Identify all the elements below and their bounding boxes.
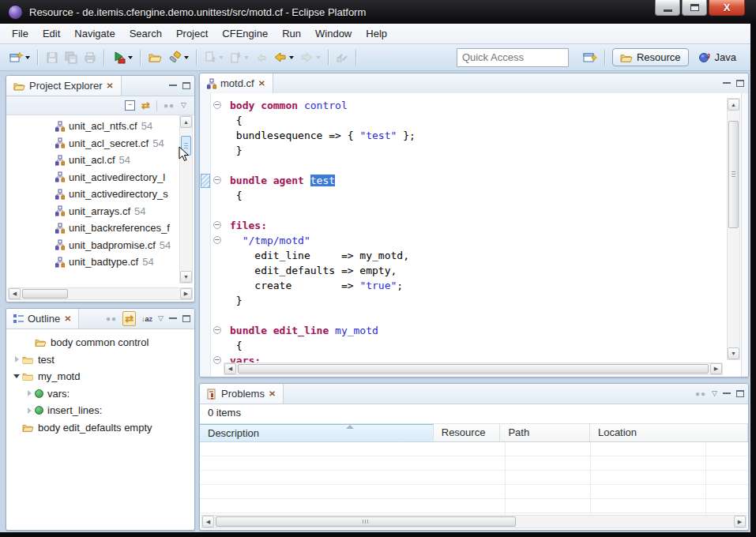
- column-header-path[interactable]: Path: [500, 424, 590, 441]
- editor-hscroll-thumb[interactable]: [238, 364, 709, 374]
- view-dropdown-icon[interactable]: ▽: [181, 102, 186, 109]
- new-wizard-button[interactable]: [6, 47, 33, 68]
- previous-annotation-button[interactable]: [227, 47, 252, 68]
- problems-hscroll-thumb[interactable]: [216, 516, 516, 527]
- close-tab-icon[interactable]: ✕: [258, 79, 265, 88]
- maximize-view-icon[interactable]: [182, 82, 190, 89]
- minimize-view-icon[interactable]: [169, 317, 177, 322]
- editor-code-text[interactable]: body common control { bundlesequence => …: [224, 93, 724, 377]
- tab-project-explorer[interactable]: Project Explorer ✕: [6, 76, 122, 96]
- menu-navigate[interactable]: Navigate: [67, 24, 122, 43]
- save-all-button[interactable]: [62, 47, 81, 68]
- close-tab-icon[interactable]: ✕: [269, 389, 276, 399]
- code-editor[interactable]: body common control { bundlesequence => …: [200, 93, 748, 377]
- minimize-view-icon[interactable]: [723, 392, 731, 397]
- twisty-collapsed-icon[interactable]: [24, 390, 35, 396]
- tab-motd-cf[interactable]: motd.cf ✕: [200, 73, 273, 93]
- menu-file[interactable]: File: [5, 24, 36, 43]
- fold-collapse-icon[interactable]: [213, 176, 221, 184]
- pe-horizontal-scrollbar[interactable]: ◀ ▶: [8, 287, 193, 300]
- minimize-view-icon[interactable]: [169, 84, 177, 89]
- view-dropdown-icon[interactable]: ▽: [712, 390, 717, 397]
- scroll-up-icon[interactable]: ▲: [180, 116, 192, 128]
- maximize-view-icon[interactable]: [736, 390, 744, 397]
- menu-edit[interactable]: Edit: [36, 24, 67, 43]
- view-menu-icon[interactable]: ●●: [164, 101, 175, 110]
- open-perspective-button[interactable]: [580, 47, 600, 68]
- forward-button[interactable]: [297, 47, 324, 68]
- print-button[interactable]: [81, 47, 100, 68]
- link-with-editor-icon[interactable]: ⇄: [141, 100, 150, 111]
- problems-horizontal-scrollbar[interactable]: ◀ ▶: [201, 515, 747, 528]
- back-button[interactable]: [270, 47, 297, 68]
- scroll-right-icon[interactable]: ▶: [180, 288, 192, 299]
- link-with-editor-toggle-icon[interactable]: ⇄: [122, 311, 136, 326]
- close-tab-icon[interactable]: ✕: [106, 81, 113, 91]
- pe-file-row[interactable]: unit_acl_ntfs.cf54: [6, 118, 194, 135]
- maximize-button[interactable]: [682, 0, 707, 16]
- column-header-resource[interactable]: Resource: [434, 424, 501, 441]
- tab-problems[interactable]: Problems ✕: [200, 384, 284, 404]
- focus-icon[interactable]: ●●: [106, 314, 117, 323]
- minimize-editor-icon[interactable]: [723, 82, 731, 87]
- pe-file-row[interactable]: unit_bsdflags.cf54: [6, 271, 194, 274]
- quick-access-input[interactable]: [457, 48, 569, 67]
- menu-cfengine[interactable]: CFEngine: [215, 24, 275, 43]
- fold-collapse-icon[interactable]: [213, 356, 221, 364]
- maximize-editor-icon[interactable]: [736, 80, 744, 87]
- editor-horizontal-scrollbar[interactable]: ◀ ▶: [224, 362, 723, 375]
- scroll-left-icon[interactable]: ◀: [224, 363, 236, 374]
- outline-item[interactable]: test: [6, 351, 194, 369]
- pe-file-row[interactable]: unit_acl.cf54: [6, 152, 194, 169]
- menu-window[interactable]: Window: [308, 24, 359, 43]
- tab-outline[interactable]: Outline ✕: [6, 309, 79, 329]
- outline-item[interactable]: vars:: [6, 385, 194, 403]
- perspective-resource-button[interactable]: Resource: [612, 48, 689, 66]
- fold-collapse-icon[interactable]: [213, 236, 221, 244]
- next-annotation-button[interactable]: [201, 47, 227, 68]
- twisty-collapsed-icon[interactable]: [11, 356, 22, 362]
- scroll-down-icon[interactable]: ▼: [180, 271, 192, 283]
- scroll-right-icon[interactable]: ▶: [734, 516, 746, 528]
- pe-file-row[interactable]: unit_backreferences_f: [6, 220, 194, 237]
- collapse-all-icon[interactable]: −: [125, 100, 135, 111]
- scroll-right-icon[interactable]: ▶: [710, 363, 722, 374]
- menu-help[interactable]: Help: [359, 24, 394, 43]
- editor-scroll-thumb[interactable]: [728, 121, 739, 228]
- column-header-location[interactable]: Location: [590, 424, 748, 441]
- save-button[interactable]: [43, 47, 62, 68]
- outline-item[interactable]: body common control: [6, 334, 194, 351]
- scroll-left-icon[interactable]: ◀: [202, 516, 214, 528]
- fold-collapse-icon[interactable]: [213, 326, 221, 334]
- outline-item[interactable]: body edit_defaults empty: [6, 419, 194, 437]
- run-button[interactable]: [109, 47, 136, 68]
- pe-file-row[interactable]: unit_badtype.cf54: [6, 253, 194, 271]
- pe-file-row[interactable]: unit_acl_secret.cf54: [6, 135, 194, 152]
- menu-project[interactable]: Project: [169, 24, 215, 43]
- menu-search[interactable]: Search: [122, 24, 169, 43]
- link-with-editor-button[interactable]: [333, 47, 352, 68]
- fold-collapse-icon[interactable]: [213, 101, 221, 109]
- outline-item[interactable]: my_motd: [6, 368, 194, 385]
- pe-file-row[interactable]: unit_badpromise.cf54: [6, 237, 194, 254]
- search-button[interactable]: [165, 47, 192, 68]
- view-dropdown-icon[interactable]: ▽: [158, 315, 164, 322]
- fold-collapse-icon[interactable]: [213, 221, 221, 229]
- editor-vertical-scrollbar[interactable]: ▲ ▼: [727, 98, 740, 360]
- view-menu-icon[interactable]: ●●: [695, 389, 706, 398]
- sort-icon[interactable]: ↓az: [141, 315, 152, 323]
- last-edit-location-button[interactable]: [252, 47, 270, 68]
- open-resource-button[interactable]: [145, 47, 165, 68]
- pe-file-row[interactable]: unit_activedirectory_s: [6, 186, 194, 203]
- maximize-view-icon[interactable]: [182, 315, 190, 322]
- menu-run[interactable]: Run: [275, 24, 308, 43]
- close-tab-icon[interactable]: ✕: [64, 314, 71, 324]
- scroll-left-icon[interactable]: ◀: [9, 288, 21, 299]
- scroll-down-icon[interactable]: ▼: [728, 347, 739, 359]
- twisty-expanded-icon[interactable]: [11, 374, 22, 378]
- column-header-description[interactable]: Description: [200, 424, 434, 441]
- pe-hscroll-thumb[interactable]: [22, 289, 68, 299]
- twisty-collapsed-icon[interactable]: [24, 407, 35, 414]
- minimize-button[interactable]: [655, 0, 680, 16]
- scroll-up-icon[interactable]: ▲: [728, 99, 739, 111]
